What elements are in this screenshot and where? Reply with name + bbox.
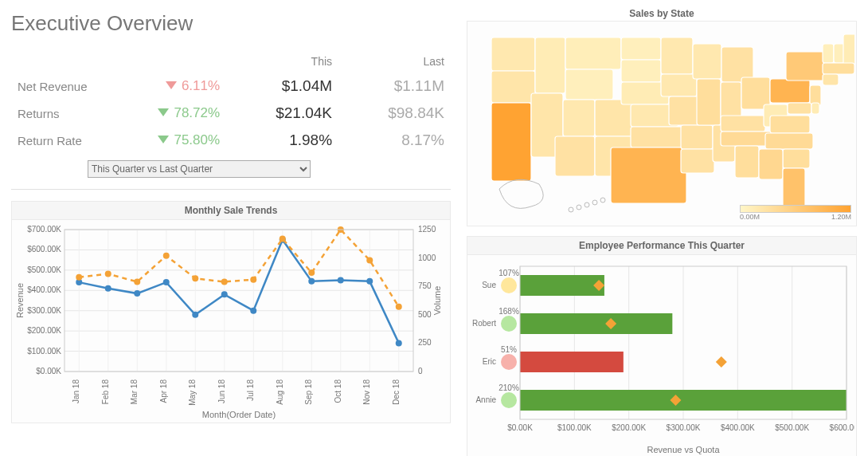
employee-perf-chart: $0.00K$100.00K$200.00K$300.00K$400.00K$5… [467,254,857,456]
svg-text:Oct 18: Oct 18 [334,379,342,403]
svg-text:Jan 18: Jan 18 [72,379,80,403]
svg-text:750: 750 [418,281,432,290]
svg-text:Dec 18: Dec 18 [392,379,401,405]
svg-rect-96 [693,44,721,79]
row-label: Returns [11,100,114,127]
svg-rect-90 [611,147,686,203]
svg-rect-97 [697,79,721,125]
svg-text:$400.00K: $400.00K [27,285,61,294]
last-value: 8.17% [338,127,451,154]
this-value: $21.04K [226,100,338,127]
svg-text:$500.00K: $500.00K [775,423,809,432]
svg-text:107%: 107% [499,269,519,277]
svg-point-62 [192,275,198,281]
svg-rect-80 [565,69,613,100]
col-this: This [226,50,338,73]
svg-text:Month(Order Date): Month(Order Date) [202,410,276,419]
svg-text:210%: 210% [499,383,519,392]
svg-text:Volume: Volume [432,286,442,316]
svg-text:250: 250 [418,338,432,347]
monthly-trends-chart: $0.00K$100.00K$200.00K$300.00K$400.00K$5… [11,219,451,423]
svg-point-61 [163,253,170,259]
map-legend: 0.00M1.20M [740,205,851,221]
svg-point-153 [501,392,517,408]
svg-text:$200.00K: $200.00K [27,326,61,335]
svg-rect-77 [535,37,565,93]
last-value: $98.84K [338,100,451,127]
svg-point-65 [280,235,286,242]
svg-text:$200.00K: $200.00K [612,423,646,432]
page-title: Executive Overview [11,11,451,36]
svg-text:May 18: May 18 [188,379,197,406]
svg-point-47 [105,285,111,292]
svg-text:Annie: Annie [475,395,496,404]
svg-text:$400.00K: $400.00K [721,423,755,432]
svg-point-141 [501,277,517,293]
svg-text:$0.00K: $0.00K [36,367,61,375]
row-label: Return Rate [11,127,114,154]
svg-rect-111 [770,79,810,103]
svg-rect-108 [783,149,810,168]
delta-up: 75.80% [114,127,226,154]
last-value: $1.11M [338,73,451,100]
svg-point-125 [600,198,605,202]
svg-text:$500.00K: $500.00K [27,265,61,274]
svg-rect-92 [661,74,697,96]
svg-rect-95 [681,149,714,173]
svg-text:Jul 18: Jul 18 [246,379,255,401]
svg-text:$300.00K: $300.00K [27,306,61,315]
svg-text:$700.00K: $700.00K [27,225,61,234]
gradient-legend-icon [740,205,851,213]
svg-text:$600.00K: $600.00K [27,245,61,254]
triangle-down-icon [158,108,169,116]
svg-rect-151 [520,352,624,372]
svg-rect-86 [621,60,661,82]
svg-rect-82 [555,136,595,176]
svg-point-54 [308,278,315,285]
svg-rect-89 [631,127,686,147]
svg-rect-85 [621,37,661,60]
svg-text:Aug 18: Aug 18 [276,379,284,405]
sales-by-state-title: Sales by State [467,8,857,19]
divider [11,189,451,190]
svg-point-64 [250,277,256,283]
svg-rect-120 [811,103,819,114]
svg-rect-101 [721,116,765,132]
svg-point-121 [569,207,573,212]
svg-rect-76 [491,103,531,181]
svg-text:$600.00K: $600.00K [830,423,854,432]
sales-by-state-map: 0.00M1.20M [467,21,857,226]
svg-rect-116 [823,63,854,74]
svg-point-69 [396,304,402,310]
svg-text:168%: 168% [499,307,519,316]
svg-text:Apr 18: Apr 18 [159,379,168,403]
svg-text:$100.00K: $100.00K [557,423,592,432]
svg-text:1250: 1250 [418,225,436,234]
svg-text:Sue: Sue [482,281,496,289]
table-row: Net Revenue 6.11% $1.04M $1.11M [11,73,451,100]
svg-point-60 [134,279,140,285]
svg-rect-117 [823,74,839,85]
svg-rect-79 [565,37,621,69]
svg-text:0: 0 [418,367,423,375]
monthly-trends-title: Monthly Sale Trends [11,201,451,219]
svg-text:Jun 18: Jun 18 [217,379,226,403]
svg-text:Revenue: Revenue [15,283,25,318]
svg-point-56 [366,278,373,285]
period-selector[interactable]: This Quarter vs Last Quarter [88,160,311,178]
row-label: Net Revenue [11,73,114,100]
svg-text:$0.00K: $0.00K [507,423,533,432]
svg-rect-107 [765,133,813,149]
svg-point-57 [396,340,402,346]
svg-rect-75 [491,71,535,103]
svg-text:$100.00K: $100.00K [27,347,61,356]
svg-text:$300.00K: $300.00K [667,423,701,432]
svg-text:Revenue vs Quota: Revenue vs Quota [647,445,720,454]
svg-text:500: 500 [418,310,432,319]
delta-down: 6.11% [114,73,226,100]
svg-point-68 [366,257,373,263]
this-value: 1.98% [226,127,338,154]
svg-rect-119 [788,103,811,114]
svg-rect-81 [563,100,595,136]
svg-rect-113 [823,44,834,63]
